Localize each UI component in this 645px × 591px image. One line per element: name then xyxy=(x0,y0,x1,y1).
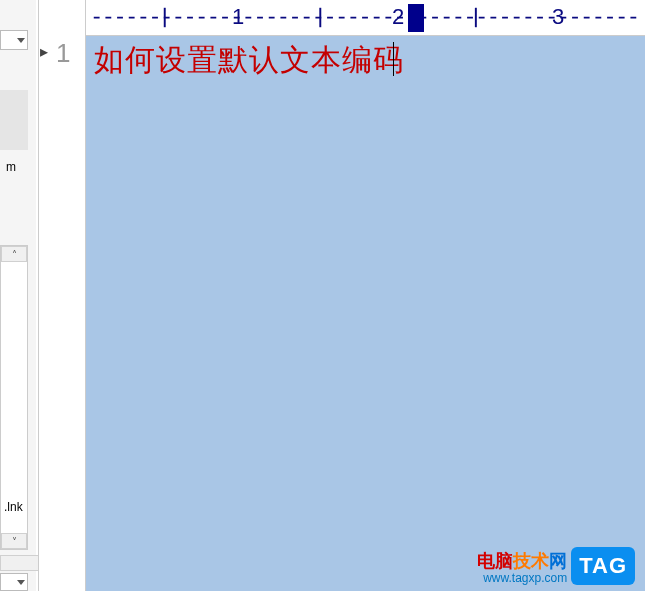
panel-dropdown-bottom[interactable] xyxy=(0,573,28,591)
ruler-number: 1 xyxy=(232,4,244,30)
left-sidebar: m ˄ ˅ .lnk › xyxy=(0,0,36,591)
chevron-down-icon xyxy=(17,38,25,43)
file-item-lnk[interactable]: .lnk xyxy=(4,500,23,514)
line-number-gutter xyxy=(38,0,86,591)
chevron-down-icon xyxy=(17,580,25,585)
ruler-number: 2 xyxy=(392,4,404,30)
scroll-up-button[interactable]: ˄ xyxy=(1,246,27,262)
watermark-site: 电脑技术网 www.tagxp.com xyxy=(477,552,567,585)
line-number: 1 xyxy=(56,38,70,69)
watermark-cn-3: 网 xyxy=(549,551,567,571)
watermark-cn-2: 技术 xyxy=(513,551,549,571)
editor-line-text: 如何设置默认文本编码 xyxy=(94,40,404,81)
watermark-cn-1: 电脑 xyxy=(477,551,513,571)
text-editor[interactable]: 如何设置默认文本编码 电脑技术网 www.tagxp.com TAG xyxy=(86,36,645,591)
scroll-down-button[interactable]: ˅ xyxy=(1,533,27,549)
horizontal-ruler[interactable]: 1 2 3 xyxy=(86,0,645,36)
watermark-url: www.tagxp.com xyxy=(483,572,567,585)
ruler-cursor[interactable] xyxy=(408,4,424,32)
file-item[interactable]: m xyxy=(6,160,16,174)
panel-dropdown-top[interactable] xyxy=(0,30,28,50)
text-caret xyxy=(393,42,394,76)
line-marker-icon: ▸ xyxy=(40,42,48,61)
ruler-number: 3 xyxy=(552,4,564,30)
tag-badge: TAG xyxy=(571,547,635,585)
file-list-area[interactable] xyxy=(0,90,28,150)
watermark: 电脑技术网 www.tagxp.com TAG xyxy=(477,547,635,585)
